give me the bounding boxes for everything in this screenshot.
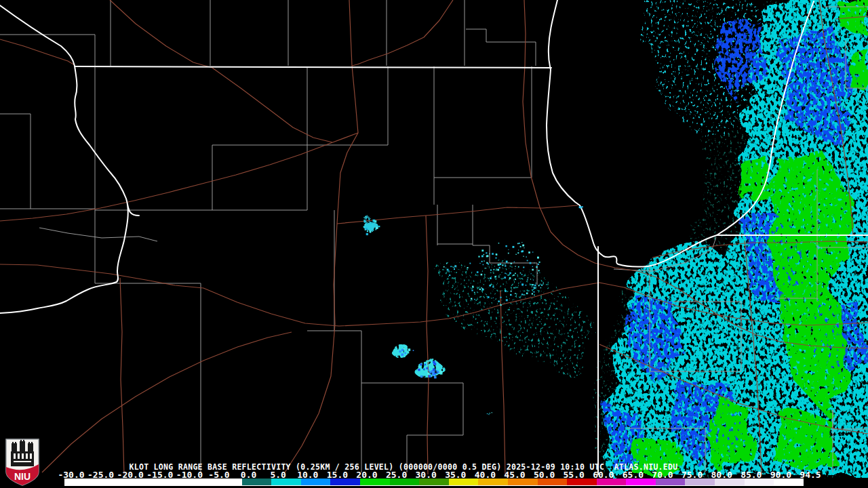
- echo-dot: [434, 376, 437, 379]
- echo-dot: [499, 267, 500, 268]
- legend-color-segment: [123, 479, 153, 485]
- echo-dot: [364, 224, 365, 225]
- echo-dot: [513, 274, 515, 276]
- echo-dot: [509, 272, 511, 274]
- echo-dot: [418, 369, 420, 371]
- echo-dot: [426, 367, 428, 369]
- niu-logo: NIU: [3, 436, 43, 488]
- echo-dot: [517, 243, 519, 245]
- echo-dot: [579, 206, 581, 208]
- echo-dot: [454, 268, 455, 270]
- echo-dot: [427, 373, 430, 375]
- echo-dot: [483, 264, 484, 266]
- echo-dot: [524, 247, 524, 248]
- echo-dot: [516, 302, 517, 302]
- legend-color-segment: [745, 479, 774, 485]
- echo-dot: [511, 291, 512, 292]
- echo-dot: [521, 283, 524, 285]
- echo-dot: [523, 266, 524, 268]
- echo-dot: [540, 287, 541, 288]
- echo-dot: [506, 299, 508, 301]
- echo-dot: [523, 256, 524, 257]
- legend-color-segment: [271, 479, 301, 485]
- echo-dot: [500, 297, 501, 298]
- niu-castle-icon: [11, 440, 34, 466]
- legend-color-segment: [508, 479, 538, 485]
- echo-dot: [493, 298, 494, 298]
- echo-dot: [536, 266, 537, 268]
- echo-dot: [498, 264, 500, 266]
- legend-bar: [64, 479, 804, 486]
- echo-dot: [471, 298, 472, 300]
- echo-dot: [517, 252, 519, 253]
- legend-color-segment: [390, 479, 420, 485]
- echo-dot: [513, 287, 515, 289]
- echo-dot: [527, 260, 528, 262]
- echo-dot: [370, 228, 371, 228]
- echo-dot: [498, 243, 500, 244]
- echo-dot: [500, 264, 502, 266]
- echo-dot: [413, 350, 414, 351]
- echo-dot: [537, 272, 538, 273]
- echo-dot: [488, 296, 490, 298]
- echo-dot: [502, 264, 503, 266]
- legend-labels: -30.0-25.0-20.0-15.0-10.0-5.00.05.010.01…: [0, 470, 868, 479]
- echo-dot: [508, 253, 509, 254]
- echo-dot: [439, 371, 442, 373]
- echo-dot: [532, 251, 533, 252]
- echo-dot: [521, 274, 523, 275]
- radar-screen: KLOT LONG RANGE BASE REFLECTIVITY (0.25K…: [0, 0, 868, 488]
- echo-dot: [500, 304, 502, 306]
- echo-dot: [534, 291, 535, 293]
- echo-dot: [505, 245, 507, 247]
- echo-dot: [536, 283, 536, 283]
- echo-dot: [479, 263, 480, 264]
- echo-dot: [481, 288, 483, 289]
- echo-dot: [515, 293, 516, 294]
- echo-dot: [374, 220, 376, 222]
- echo-dot: [515, 279, 516, 280]
- echo-dot: [375, 229, 376, 230]
- legend-color-segment: [774, 479, 804, 485]
- echo-dot: [454, 267, 454, 268]
- legend-color-segment: [94, 479, 124, 485]
- echo-dot: [478, 256, 479, 258]
- echo-dot: [506, 273, 507, 274]
- echo-dot: [363, 220, 366, 222]
- legend-color-segment: [212, 479, 242, 485]
- echo-dot: [518, 266, 519, 268]
- echo-dot: [492, 412, 492, 413]
- legend-color-segment: [419, 479, 449, 485]
- echo-dot: [423, 369, 425, 370]
- echo-dot: [487, 413, 488, 414]
- echo-dot: [510, 294, 512, 296]
- echo-dot: [467, 267, 469, 268]
- echo-dot: [520, 246, 521, 247]
- echo-dot: [401, 353, 403, 356]
- echo-dot: [481, 261, 483, 262]
- echo-dot: [498, 300, 500, 302]
- echo-dot: [370, 230, 372, 232]
- echo-dot: [515, 266, 515, 266]
- echo-dot: [509, 277, 511, 279]
- echo-dot: [524, 294, 525, 296]
- echo-dot: [378, 226, 380, 227]
- echo-dot: [448, 270, 450, 272]
- niu-logo-text: NIU: [14, 471, 31, 482]
- echo-dot: [490, 270, 492, 271]
- echo-dot: [531, 273, 532, 274]
- echo-dot: [399, 350, 401, 352]
- echo-dot: [533, 289, 534, 290]
- echo-dot: [532, 269, 534, 271]
- echo-dot: [511, 263, 512, 264]
- legend-color-segment: [153, 479, 183, 485]
- echo-dot: [534, 285, 536, 287]
- echo-dot: [366, 228, 368, 230]
- echo-dot: [498, 277, 499, 277]
- echo-dot: [405, 352, 406, 354]
- echo-dot: [420, 375, 422, 378]
- echo-dot: [489, 285, 491, 287]
- echo-dot: [418, 366, 421, 369]
- echo-dot: [514, 262, 515, 262]
- echo-dot: [492, 286, 494, 287]
